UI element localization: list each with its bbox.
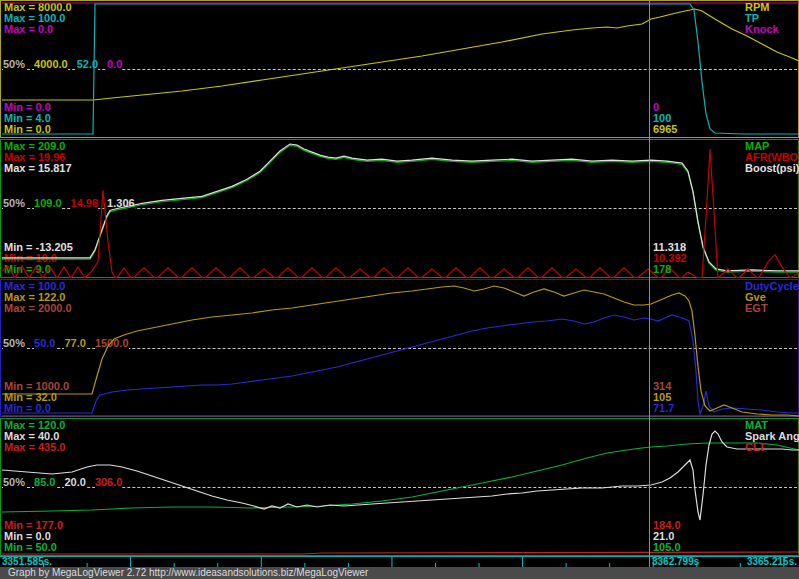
timeline-end-time: 3365.215s. [747,557,797,567]
cursor-value: 11.318 [653,242,687,253]
fifty-percent-line [2,348,797,349]
cursor-value: 0 [653,102,677,113]
trace-plot [2,420,799,556]
channel-min-label: Min = 50.0 [4,542,63,553]
channel-min-label: Min = 4.0 [4,113,51,124]
channel-mid-value: 14.98 [71,197,99,209]
channel-max-label: Max = 40.0 [4,431,65,442]
channel-names: DutyCycle1GveEGT [745,281,799,314]
fifty-percent-values: 50%85.020.0306.0 [3,476,131,488]
status-text: Graph by MegaLogViewer 2.72 http://www.i… [8,567,368,579]
channel-name-label: MAT [745,420,799,431]
channel-name-label: CLT [745,442,799,453]
channel-mid-value: 85.0 [34,476,55,488]
channel-max-label: Max = 435.0 [4,442,65,453]
fifty-percent-label: 50% [3,197,25,209]
cursor-value: 10.392 [653,253,687,264]
channel-mid-value: 1500.0 [95,337,129,349]
cursor-values: 184.021.0105.0 [653,520,681,553]
channel-mid-value: 306.0 [95,476,123,488]
graph-panel-2[interactable]: Max = 209.0Max = 19.96Max = 15.81750%109… [0,139,799,278]
channel-mid-value: 50.0 [34,337,55,349]
channel-name-label: EGT [745,303,799,314]
channel-min-label: Min = 1000.0 [4,381,69,392]
min-labels: Min = 1000.0Min = 32.0Min = 0.0 [4,381,69,414]
timeline[interactable]: 3351.585s. 3362.799s 3365.215s. [0,556,799,567]
trace-boost [2,144,799,271]
trace-gve [2,286,799,416]
channel-min-label: Min = -13.205 [4,242,73,253]
timeline-cursor-time: 3362.799s [652,557,699,567]
trace-clt [2,552,799,554]
channel-name-label: Boost(psi) [745,163,799,174]
channel-mid-value: 1.306 [107,197,135,209]
cursor-value: 178 [653,264,687,275]
channel-mid-value: 4000.0 [34,58,68,70]
channel-max-label: Max = 120.0 [4,420,65,431]
cursor-value: 100 [653,113,677,124]
fifty-percent-line [2,208,797,209]
channel-max-label: Max = 15.817 [4,163,72,174]
channel-mid-value: 0.0 [107,58,122,70]
channel-min-label: Min = 0.0 [4,102,51,113]
cursor-value: 21.0 [653,531,681,542]
channel-max-label: Max = 8000.0 [4,2,72,13]
channel-max-label: Max = 209.0 [4,141,72,152]
max-labels: Max = 209.0Max = 19.96Max = 15.817 [4,141,72,174]
trace-plot [2,281,799,417]
trace-tp [2,4,799,134]
channel-name-label: AFR(WBO2) [745,152,799,163]
channel-names: RPMTPKnock [745,2,779,35]
graph-panel-4[interactable]: Max = 120.0Max = 40.0Max = 435.050%85.02… [0,418,799,556]
trace-afr [2,149,799,278]
channel-mid-value: 52.0 [77,58,98,70]
graph-panel-3[interactable]: Max = 100.0Max = 122.0Max = 2000.050%50.… [0,279,799,417]
min-labels: Min = -13.205Min = 10.0Min = 9.0 [4,242,73,275]
channel-name-label: TP [745,13,779,24]
trace-spark [2,431,799,520]
channel-name-label: RPM [745,2,779,13]
channel-mid-value: 20.0 [64,476,85,488]
graph-panel-1[interactable]: Max = 8000.0Max = 100.0Max = 0.050%4000.… [0,0,799,138]
channel-min-label: Min = 9.0 [4,264,73,275]
fifty-percent-label: 50% [3,476,25,488]
channel-min-label: Min = 10.0 [4,253,73,264]
trace-plot [2,141,799,278]
fifty-percent-line [2,487,797,488]
channel-min-label: Min = 0.0 [4,531,63,542]
status-bar: Graph by MegaLogViewer 2.72 http://www.i… [0,567,799,579]
trace-rpm [2,9,799,100]
fifty-percent-values: 50%4000.052.00.0 [3,58,131,70]
channel-min-label: Min = 32.0 [4,392,69,403]
cursor-line[interactable] [649,0,650,567]
channel-names: MAPAFR(WBO2)Boost(psi) [745,141,799,174]
channel-name-label: MAP [745,141,799,152]
max-labels: Max = 120.0Max = 40.0Max = 435.0 [4,420,65,453]
cursor-values: 31410571.7 [653,381,674,414]
channel-max-label: Max = 122.0 [4,292,72,303]
megalogviewer-graph-window: Max = 8000.0Max = 100.0Max = 0.050%4000.… [0,0,799,579]
channel-mid-value: 77.0 [64,337,85,349]
cursor-value: 105.0 [653,542,681,553]
channel-max-label: Max = 100.0 [4,281,72,292]
channel-min-label: Min = 0.0 [4,403,69,414]
channel-name-label: Spark Angle [745,431,799,442]
trace-mat [2,443,799,512]
cursor-value: 71.7 [653,403,674,414]
fifty-percent-label: 50% [3,58,25,70]
fifty-percent-label: 50% [3,337,25,349]
trace-plot [2,2,799,138]
max-labels: Max = 8000.0Max = 100.0Max = 0.0 [4,2,72,35]
channel-min-label: Min = 0.0 [4,124,51,135]
max-labels: Max = 100.0Max = 122.0Max = 2000.0 [4,281,72,314]
min-labels: Min = 0.0Min = 4.0Min = 0.0 [4,102,51,135]
channel-names: MATSpark AngleCLT [745,420,799,453]
cursor-value: 314 [653,381,674,392]
cursor-value: 184.0 [653,520,681,531]
channel-max-label: Max = 2000.0 [4,303,72,314]
cursor-value: 105 [653,392,674,403]
channel-max-label: Max = 19.96 [4,152,72,163]
fifty-percent-values: 50%109.014.981.306 [3,197,144,209]
min-labels: Min = 177.0Min = 0.0Min = 50.0 [4,520,63,553]
channel-name-label: Knock [745,24,779,35]
